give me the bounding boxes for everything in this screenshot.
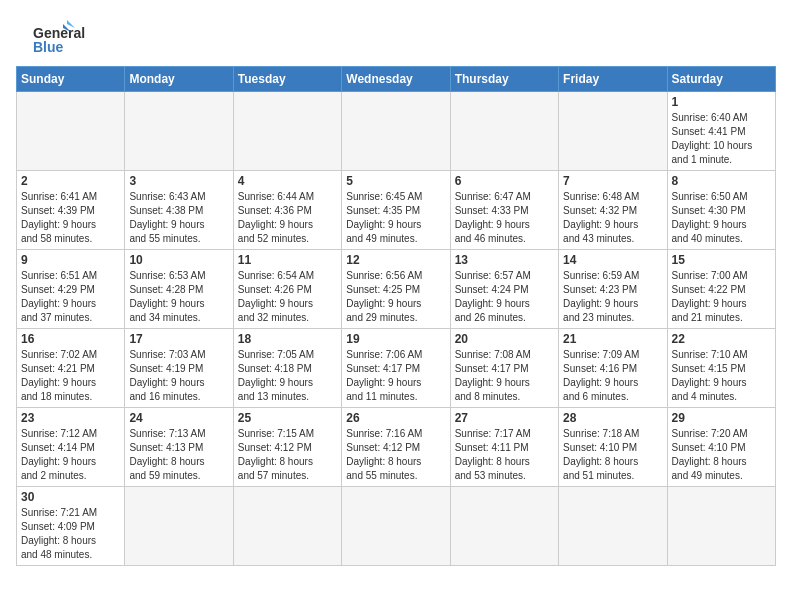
day-cell: 2Sunrise: 6:41 AM Sunset: 4:39 PM Daylig… xyxy=(17,171,125,250)
day-number: 27 xyxy=(455,411,554,425)
day-number: 11 xyxy=(238,253,337,267)
logo-icon: General Blue xyxy=(16,16,86,56)
day-number: 6 xyxy=(455,174,554,188)
day-cell: 6Sunrise: 6:47 AM Sunset: 4:33 PM Daylig… xyxy=(450,171,558,250)
day-info: Sunrise: 7:20 AM Sunset: 4:10 PM Dayligh… xyxy=(672,427,771,483)
day-info: Sunrise: 6:59 AM Sunset: 4:23 PM Dayligh… xyxy=(563,269,662,325)
day-info: Sunrise: 7:00 AM Sunset: 4:22 PM Dayligh… xyxy=(672,269,771,325)
day-number: 19 xyxy=(346,332,445,346)
day-number: 22 xyxy=(672,332,771,346)
day-cell: 16Sunrise: 7:02 AM Sunset: 4:21 PM Dayli… xyxy=(17,329,125,408)
week-row-3: 9Sunrise: 6:51 AM Sunset: 4:29 PM Daylig… xyxy=(17,250,776,329)
day-info: Sunrise: 6:43 AM Sunset: 4:38 PM Dayligh… xyxy=(129,190,228,246)
day-info: Sunrise: 7:12 AM Sunset: 4:14 PM Dayligh… xyxy=(21,427,120,483)
calendar-table: SundayMondayTuesdayWednesdayThursdayFrid… xyxy=(16,66,776,566)
day-cell xyxy=(559,92,667,171)
day-cell xyxy=(559,487,667,566)
week-row-5: 23Sunrise: 7:12 AM Sunset: 4:14 PM Dayli… xyxy=(17,408,776,487)
day-cell: 13Sunrise: 6:57 AM Sunset: 4:24 PM Dayli… xyxy=(450,250,558,329)
day-info: Sunrise: 6:45 AM Sunset: 4:35 PM Dayligh… xyxy=(346,190,445,246)
weekday-tuesday: Tuesday xyxy=(233,67,341,92)
day-number: 20 xyxy=(455,332,554,346)
day-cell xyxy=(342,487,450,566)
day-info: Sunrise: 7:21 AM Sunset: 4:09 PM Dayligh… xyxy=(21,506,120,562)
day-info: Sunrise: 6:57 AM Sunset: 4:24 PM Dayligh… xyxy=(455,269,554,325)
day-cell xyxy=(125,487,233,566)
weekday-wednesday: Wednesday xyxy=(342,67,450,92)
day-number: 14 xyxy=(563,253,662,267)
day-number: 30 xyxy=(21,490,120,504)
day-info: Sunrise: 7:09 AM Sunset: 4:16 PM Dayligh… xyxy=(563,348,662,404)
day-cell: 18Sunrise: 7:05 AM Sunset: 4:18 PM Dayli… xyxy=(233,329,341,408)
day-cell: 28Sunrise: 7:18 AM Sunset: 4:10 PM Dayli… xyxy=(559,408,667,487)
day-cell xyxy=(667,487,775,566)
day-number: 23 xyxy=(21,411,120,425)
weekday-sunday: Sunday xyxy=(17,67,125,92)
page-header: General Blue xyxy=(16,16,776,56)
day-number: 15 xyxy=(672,253,771,267)
day-info: Sunrise: 6:56 AM Sunset: 4:25 PM Dayligh… xyxy=(346,269,445,325)
day-number: 25 xyxy=(238,411,337,425)
day-info: Sunrise: 6:41 AM Sunset: 4:39 PM Dayligh… xyxy=(21,190,120,246)
day-cell xyxy=(125,92,233,171)
day-cell: 9Sunrise: 6:51 AM Sunset: 4:29 PM Daylig… xyxy=(17,250,125,329)
day-cell: 26Sunrise: 7:16 AM Sunset: 4:12 PM Dayli… xyxy=(342,408,450,487)
day-info: Sunrise: 7:05 AM Sunset: 4:18 PM Dayligh… xyxy=(238,348,337,404)
weekday-header-row: SundayMondayTuesdayWednesdayThursdayFrid… xyxy=(17,67,776,92)
day-info: Sunrise: 7:08 AM Sunset: 4:17 PM Dayligh… xyxy=(455,348,554,404)
day-info: Sunrise: 7:16 AM Sunset: 4:12 PM Dayligh… xyxy=(346,427,445,483)
weekday-thursday: Thursday xyxy=(450,67,558,92)
weekday-saturday: Saturday xyxy=(667,67,775,92)
day-cell: 4Sunrise: 6:44 AM Sunset: 4:36 PM Daylig… xyxy=(233,171,341,250)
day-number: 7 xyxy=(563,174,662,188)
day-number: 8 xyxy=(672,174,771,188)
day-cell: 5Sunrise: 6:45 AM Sunset: 4:35 PM Daylig… xyxy=(342,171,450,250)
day-number: 9 xyxy=(21,253,120,267)
day-info: Sunrise: 6:40 AM Sunset: 4:41 PM Dayligh… xyxy=(672,111,771,167)
day-cell xyxy=(233,487,341,566)
day-info: Sunrise: 7:18 AM Sunset: 4:10 PM Dayligh… xyxy=(563,427,662,483)
day-info: Sunrise: 6:54 AM Sunset: 4:26 PM Dayligh… xyxy=(238,269,337,325)
day-number: 10 xyxy=(129,253,228,267)
day-cell: 29Sunrise: 7:20 AM Sunset: 4:10 PM Dayli… xyxy=(667,408,775,487)
day-number: 4 xyxy=(238,174,337,188)
day-cell: 27Sunrise: 7:17 AM Sunset: 4:11 PM Dayli… xyxy=(450,408,558,487)
day-info: Sunrise: 6:51 AM Sunset: 4:29 PM Dayligh… xyxy=(21,269,120,325)
day-cell xyxy=(342,92,450,171)
day-cell: 23Sunrise: 7:12 AM Sunset: 4:14 PM Dayli… xyxy=(17,408,125,487)
day-cell: 21Sunrise: 7:09 AM Sunset: 4:16 PM Dayli… xyxy=(559,329,667,408)
day-cell xyxy=(450,92,558,171)
day-number: 29 xyxy=(672,411,771,425)
day-cell: 3Sunrise: 6:43 AM Sunset: 4:38 PM Daylig… xyxy=(125,171,233,250)
day-number: 1 xyxy=(672,95,771,109)
day-info: Sunrise: 6:53 AM Sunset: 4:28 PM Dayligh… xyxy=(129,269,228,325)
day-cell: 7Sunrise: 6:48 AM Sunset: 4:32 PM Daylig… xyxy=(559,171,667,250)
day-number: 5 xyxy=(346,174,445,188)
day-cell: 12Sunrise: 6:56 AM Sunset: 4:25 PM Dayli… xyxy=(342,250,450,329)
day-info: Sunrise: 6:47 AM Sunset: 4:33 PM Dayligh… xyxy=(455,190,554,246)
day-cell xyxy=(233,92,341,171)
day-info: Sunrise: 6:48 AM Sunset: 4:32 PM Dayligh… xyxy=(563,190,662,246)
day-cell: 17Sunrise: 7:03 AM Sunset: 4:19 PM Dayli… xyxy=(125,329,233,408)
day-number: 2 xyxy=(21,174,120,188)
day-info: Sunrise: 6:44 AM Sunset: 4:36 PM Dayligh… xyxy=(238,190,337,246)
day-info: Sunrise: 7:17 AM Sunset: 4:11 PM Dayligh… xyxy=(455,427,554,483)
day-cell xyxy=(17,92,125,171)
day-info: Sunrise: 6:50 AM Sunset: 4:30 PM Dayligh… xyxy=(672,190,771,246)
day-number: 21 xyxy=(563,332,662,346)
svg-text:Blue: Blue xyxy=(33,39,64,55)
day-cell: 20Sunrise: 7:08 AM Sunset: 4:17 PM Dayli… xyxy=(450,329,558,408)
week-row-1: 1Sunrise: 6:40 AM Sunset: 4:41 PM Daylig… xyxy=(17,92,776,171)
day-cell: 10Sunrise: 6:53 AM Sunset: 4:28 PM Dayli… xyxy=(125,250,233,329)
day-cell: 19Sunrise: 7:06 AM Sunset: 4:17 PM Dayli… xyxy=(342,329,450,408)
day-cell: 1Sunrise: 6:40 AM Sunset: 4:41 PM Daylig… xyxy=(667,92,775,171)
week-row-4: 16Sunrise: 7:02 AM Sunset: 4:21 PM Dayli… xyxy=(17,329,776,408)
day-info: Sunrise: 7:06 AM Sunset: 4:17 PM Dayligh… xyxy=(346,348,445,404)
day-cell: 30Sunrise: 7:21 AM Sunset: 4:09 PM Dayli… xyxy=(17,487,125,566)
day-info: Sunrise: 7:02 AM Sunset: 4:21 PM Dayligh… xyxy=(21,348,120,404)
day-info: Sunrise: 7:15 AM Sunset: 4:12 PM Dayligh… xyxy=(238,427,337,483)
day-number: 26 xyxy=(346,411,445,425)
day-number: 13 xyxy=(455,253,554,267)
day-cell: 22Sunrise: 7:10 AM Sunset: 4:15 PM Dayli… xyxy=(667,329,775,408)
logo: General Blue xyxy=(16,16,90,56)
